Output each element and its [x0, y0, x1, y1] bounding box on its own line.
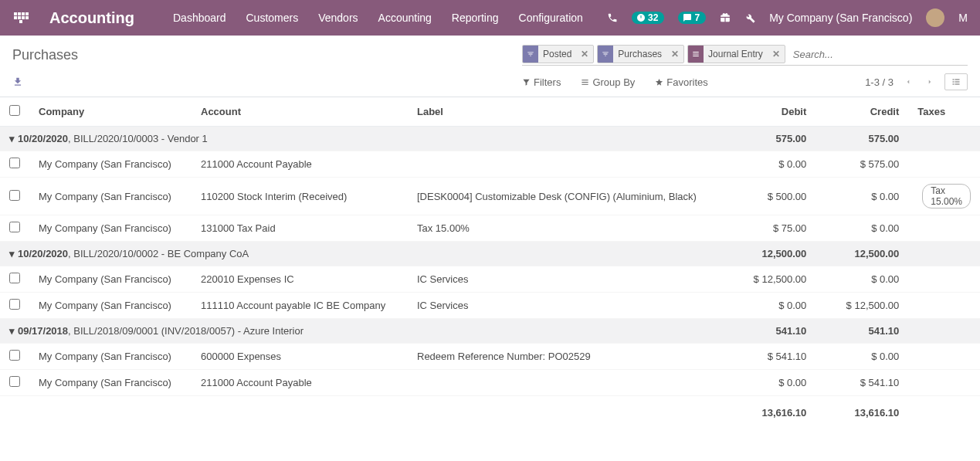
discuss-badge[interactable]: 7 [678, 12, 706, 24]
cell-company: My Company (San Francisco) [29, 215, 192, 242]
facet-journal-entry[interactable]: Journal Entry ✕ [687, 45, 785, 63]
tools-icon[interactable] [744, 12, 755, 23]
menu-accounting[interactable]: Accounting [378, 12, 432, 24]
group-row[interactable]: ▾10/20/2020, BILL/2020/10/0002 - BE Comp… [0, 242, 980, 266]
pager: 1-3 / 3 [865, 73, 968, 90]
row-checkbox[interactable] [9, 376, 20, 387]
facet-purchases[interactable]: Purchases ✕ [597, 45, 684, 63]
select-all-checkbox[interactable] [9, 105, 20, 116]
group-row[interactable]: ▾09/17/2018, BILL/2018/09/0001 (INV/2018… [0, 319, 980, 344]
user-initial[interactable]: M [958, 12, 968, 24]
filters-button[interactable]: Filters [522, 76, 561, 88]
menu-reporting[interactable]: Reporting [452, 12, 499, 24]
chevron-down-icon: ▾ [9, 325, 15, 337]
cell-company: My Company (San Francisco) [29, 344, 192, 370]
col-account[interactable]: Account [192, 97, 408, 127]
cell-debit: $ 500.00 [723, 178, 816, 215]
cell-company: My Company (San Francisco) [29, 266, 192, 293]
group-debit: 541.10 [723, 319, 816, 344]
activities-badge[interactable]: 32 [632, 12, 664, 24]
groupby-button[interactable]: Group By [581, 76, 635, 88]
facet-label: Purchases [613, 49, 666, 59]
table-row[interactable]: My Company (San Francisco)110200 Stock I… [0, 178, 980, 215]
chevron-down-icon: ▾ [9, 133, 15, 144]
table-row[interactable]: My Company (San Francisco)131000 Tax Pai… [0, 215, 980, 242]
groupby-label: Group By [592, 76, 635, 88]
export-icon[interactable] [12, 76, 522, 87]
table-row[interactable]: My Company (San Francisco)211000 Account… [0, 151, 980, 178]
apps-icon[interactable] [12, 9, 29, 26]
menu-configuration[interactable]: Configuration [519, 12, 583, 24]
cell-label [408, 370, 723, 396]
phone-icon[interactable] [607, 12, 618, 23]
col-company[interactable]: Company [29, 97, 192, 127]
cell-label [408, 151, 723, 178]
filter-icon [598, 46, 613, 63]
row-checkbox[interactable] [9, 350, 20, 361]
tax-chip[interactable]: Tax 15.00% [922, 184, 971, 208]
table-row[interactable]: My Company (San Francisco)111110 Account… [0, 293, 980, 319]
col-label[interactable]: Label [408, 97, 723, 127]
cell-taxes [908, 344, 980, 370]
table-row[interactable]: My Company (San Francisco)211000 Account… [0, 370, 980, 396]
company-switcher[interactable]: My Company (San Francisco) [769, 12, 912, 24]
row-checkbox[interactable] [9, 273, 20, 283]
page-title: Purchases [12, 47, 522, 63]
favorites-button[interactable]: Favorites [655, 76, 707, 88]
control-panel: Purchases Posted ✕ Purchases ✕ Jo [0, 36, 980, 97]
col-taxes[interactable]: Taxes [908, 97, 980, 127]
discuss-count: 7 [694, 12, 700, 23]
cell-taxes: Tax 15.00% [908, 178, 980, 215]
cell-taxes [908, 215, 980, 242]
facet-posted[interactable]: Posted ✕ [522, 45, 594, 63]
menu-customers[interactable]: Customers [246, 12, 299, 24]
row-checkbox[interactable] [9, 158, 20, 168]
cell-account: 131000 Tax Paid [192, 215, 408, 242]
navbar-right: 32 7 My Company (San Francisco) M [607, 8, 968, 27]
col-credit[interactable]: Credit [816, 97, 908, 127]
app-brand[interactable]: Accounting [49, 9, 134, 27]
cell-debit: $ 75.00 [723, 215, 816, 242]
total-debit: 13,616.10 [723, 396, 816, 425]
cell-debit: $ 0.00 [723, 293, 816, 319]
close-icon[interactable]: ✕ [576, 49, 593, 59]
table-row[interactable]: My Company (San Francisco)600000 Expense… [0, 344, 980, 370]
cell-debit: $ 541.10 [723, 344, 816, 370]
cell-account: 600000 Expenses [192, 344, 408, 370]
group-debit: 575.00 [723, 127, 816, 151]
row-checkbox[interactable] [9, 299, 20, 310]
group-credit: 541.10 [816, 319, 908, 344]
list-view-button[interactable] [944, 73, 968, 90]
avatar[interactable] [926, 8, 944, 27]
close-icon[interactable]: ✕ [666, 49, 683, 59]
group-date: 10/20/2020 [18, 133, 68, 144]
table-row[interactable]: My Company (San Francisco)220010 Expense… [0, 266, 980, 293]
cell-credit: $ 0.00 [816, 344, 908, 370]
group-credit: 575.00 [816, 127, 908, 151]
search-input[interactable] [788, 46, 968, 63]
row-checkbox[interactable] [9, 190, 20, 201]
group-row[interactable]: ▾10/20/2020, BILL/2020/10/0003 - Vendor … [0, 127, 980, 151]
gift-icon[interactable] [720, 12, 731, 23]
cell-debit: $ 0.00 [723, 370, 816, 396]
chevron-down-icon: ▾ [9, 248, 15, 259]
cell-taxes [908, 151, 980, 178]
facet-label: Posted [538, 49, 576, 59]
main-menu: Dashboard Customers Vendors Accounting R… [173, 12, 607, 24]
menu-vendors[interactable]: Vendors [318, 12, 358, 24]
pager-next[interactable] [923, 78, 937, 86]
group-icon [688, 46, 704, 63]
cell-debit: $ 12,500.00 [723, 266, 816, 293]
cell-account: 211000 Account Payable [192, 151, 408, 178]
cell-label: IC Services [408, 293, 723, 319]
menu-dashboard[interactable]: Dashboard [173, 12, 226, 24]
col-debit[interactable]: Debit [723, 97, 816, 127]
cell-taxes [908, 293, 980, 319]
cell-credit: $ 12,500.00 [816, 293, 908, 319]
cell-credit: $ 575.00 [816, 151, 908, 178]
close-icon[interactable]: ✕ [768, 49, 785, 59]
pager-prev[interactable] [901, 78, 915, 86]
cell-label: [DESK0004] Customizable Desk (CONFIG) (A… [408, 178, 723, 215]
row-checkbox[interactable] [9, 222, 20, 232]
cell-account: 111110 Account payable IC BE Company [192, 293, 408, 319]
